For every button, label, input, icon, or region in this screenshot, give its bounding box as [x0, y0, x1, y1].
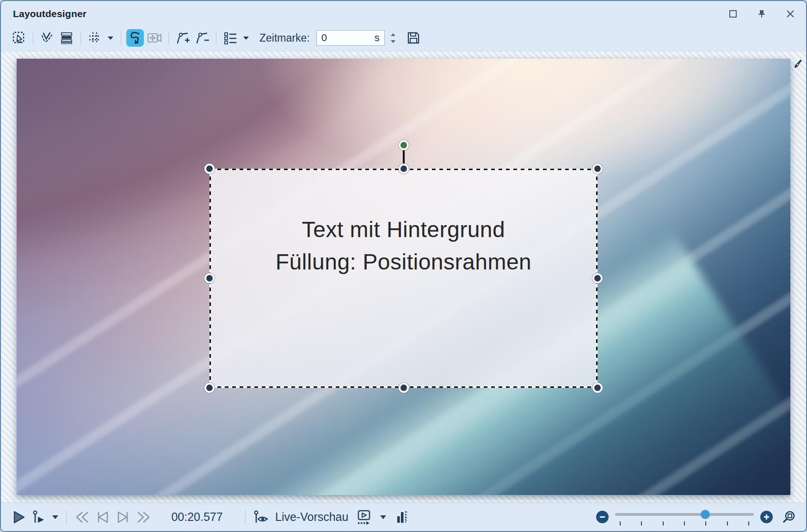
dropdown-icon — [243, 36, 249, 40]
resize-handle-ne[interactable] — [592, 164, 603, 174]
save-button[interactable] — [405, 29, 422, 47]
pin-button[interactable] — [755, 7, 768, 20]
resize-handle-w[interactable] — [204, 273, 215, 283]
resize-handle-nw[interactable] — [204, 164, 215, 174]
next-icon — [116, 510, 130, 524]
tick — [748, 521, 749, 526]
window-title: Layoutdesigner — [13, 8, 86, 19]
zoom-slider[interactable] — [615, 509, 754, 525]
smooth-curve-icon — [128, 31, 142, 45]
save-icon — [407, 31, 420, 45]
layer-stack-button[interactable] — [58, 29, 75, 47]
zoom-in-button[interactable] — [760, 511, 773, 523]
maximize-button[interactable] — [727, 7, 739, 20]
select-tool-icon — [12, 31, 26, 45]
remove-curve-point-icon — [195, 31, 209, 45]
live-preview-toggle[interactable] — [250, 508, 271, 526]
forward-icon — [136, 510, 152, 524]
tick — [641, 521, 642, 526]
rewind-button[interactable] — [71, 508, 92, 526]
remove-curve-point-button[interactable] — [193, 29, 211, 47]
toolbar: Zeitmarke: 0 s — [1, 27, 806, 51]
zeitmarke-input[interactable]: 0 s — [316, 30, 385, 46]
rewind-icon — [74, 510, 90, 524]
zoom-slider-track[interactable] — [615, 513, 754, 516]
textbox-line2: Füllung: Positionsrahmen — [210, 246, 597, 278]
spinner-down-icon — [390, 40, 396, 43]
zeitmarke-spinner — [389, 32, 397, 44]
toolbar-separator — [216, 31, 216, 45]
play-options-dropdown-button[interactable] — [49, 508, 62, 526]
previous-button[interactable] — [92, 508, 113, 526]
toolbar-separator — [121, 31, 121, 45]
zoom-slider-thumb[interactable] — [701, 510, 710, 519]
motion-path-button[interactable] — [38, 29, 56, 47]
grid-icon — [87, 31, 102, 45]
live-preview-group: Live-Vorschau — [250, 508, 412, 526]
previous-icon — [95, 510, 110, 524]
close-icon — [786, 9, 795, 18]
play-from-marker-button[interactable] — [29, 508, 49, 526]
transport-bar: 00:20.577 Live-Vorschau — [1, 502, 806, 531]
grid-dropdown-button[interactable] — [105, 29, 116, 47]
play-button[interactable] — [9, 508, 29, 526]
dropdown-icon — [380, 515, 387, 520]
next-button[interactable] — [113, 508, 133, 526]
camera-pan-icon — [147, 31, 162, 45]
selected-textbox[interactable]: Text mit Hintergrund Füllung: Positionsr… — [210, 169, 597, 387]
maximize-icon — [728, 9, 738, 18]
workspace: Text mit Hintergrund Füllung: Positionsr… — [1, 51, 806, 502]
preview-dropdown-button[interactable] — [377, 508, 389, 526]
preview-window-icon — [356, 509, 371, 525]
zeitmarke-unit: s — [375, 32, 380, 44]
play-icon — [12, 510, 26, 524]
timeline-stats-button[interactable] — [392, 508, 412, 526]
transport-separator — [245, 509, 246, 525]
resize-handle-se[interactable] — [592, 383, 603, 393]
preview-window-button[interactable] — [353, 508, 374, 526]
close-button[interactable] — [784, 7, 797, 20]
window-controls — [727, 7, 797, 20]
textbox-text: Text mit Hintergrund Füllung: Positionsr… — [210, 214, 597, 278]
rotation-handle[interactable] — [399, 140, 409, 150]
brush-icon — [791, 58, 803, 72]
spinner-up-button[interactable] — [389, 32, 397, 37]
live-preview-label: Live-Vorschau — [275, 510, 348, 524]
zoom-fit-button[interactable] — [779, 508, 799, 526]
keyframe-list-button[interactable] — [222, 29, 239, 47]
select-tool-button[interactable] — [10, 29, 28, 47]
smooth-curve-button[interactable] — [126, 29, 144, 47]
resize-handle-e[interactable] — [592, 273, 603, 283]
resize-handle-sw[interactable] — [204, 383, 215, 393]
toolbar-separator — [33, 31, 33, 45]
add-curve-point-button[interactable] — [174, 29, 191, 47]
toolbar-separator — [168, 31, 169, 45]
slide-canvas[interactable]: Text mit Hintergrund Füllung: Positionsr… — [17, 59, 790, 495]
spinner-up-icon — [390, 33, 396, 37]
tick — [727, 521, 728, 526]
resize-handle-n[interactable] — [399, 164, 409, 174]
camera-pan-button[interactable] — [146, 29, 163, 47]
zoom-slider-ticks — [620, 521, 749, 526]
motion-path-icon — [40, 31, 55, 45]
spinner-down-button[interactable] — [389, 39, 397, 44]
toolbar-separator — [80, 31, 81, 45]
textbox-line1: Text mit Hintergrund — [210, 214, 597, 246]
resize-handle-s[interactable] — [399, 383, 409, 393]
layoutdesigner-window: Layoutdesigner — [0, 0, 807, 532]
add-curve-point-icon — [175, 31, 190, 45]
tick — [663, 521, 664, 526]
tick — [684, 521, 685, 526]
timeline-stats-icon — [395, 510, 409, 525]
titlebar[interactable]: Layoutdesigner — [1, 1, 806, 27]
canvas-brush-corner[interactable] — [791, 58, 803, 73]
forward-button[interactable] — [133, 508, 154, 526]
dropdown-icon — [52, 515, 59, 520]
keyframe-list-dropdown-button[interactable] — [241, 29, 251, 47]
dropdown-icon — [107, 36, 114, 40]
live-preview-pin-eye-icon — [253, 510, 269, 525]
zoom-out-button[interactable] — [596, 511, 609, 523]
zeitmarke-value: 0 — [321, 32, 327, 44]
grid-button[interactable] — [86, 29, 104, 47]
pin-icon — [757, 9, 766, 18]
